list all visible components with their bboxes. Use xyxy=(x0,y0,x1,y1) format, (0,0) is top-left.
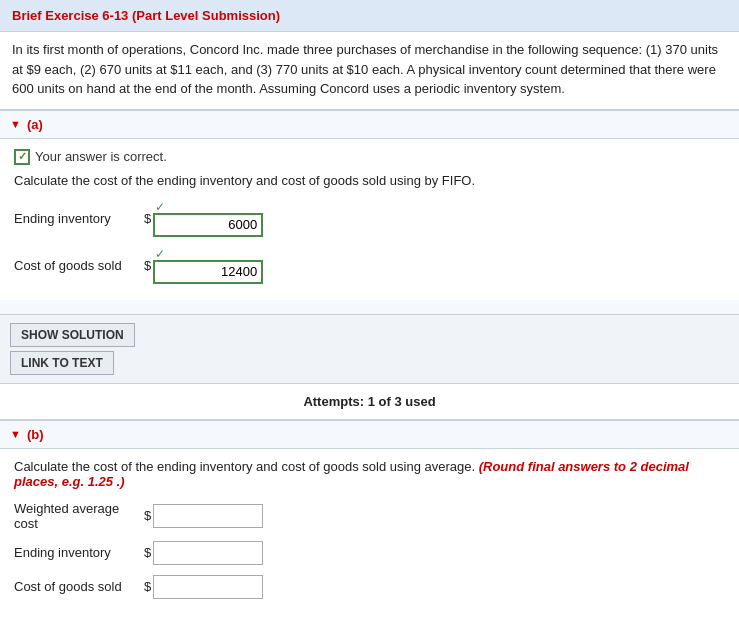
attempts-row: Attempts: 1 of 3 used xyxy=(0,383,739,419)
dollar-sign-3: $ xyxy=(144,508,151,523)
part-b-body: Calculate the cost of the ending invento… xyxy=(0,449,739,623)
part-a-section: ▼ (a) ✓ Your answer is correct. Calculat… xyxy=(0,111,739,420)
part-b-arrow-icon: ▼ xyxy=(10,428,21,440)
ending-inventory-input-a[interactable] xyxy=(153,213,263,237)
cost-of-goods-input-a[interactable] xyxy=(153,260,263,284)
ending-inventory-label-b: Ending inventory xyxy=(14,545,144,560)
ending-inventory-input-b[interactable] xyxy=(153,541,263,565)
part-a-instruction: Calculate the cost of the ending invento… xyxy=(14,173,725,188)
cost-of-goods-row-b: Cost of goods sold $ xyxy=(14,575,725,599)
ending-inventory-row-b: Ending inventory $ xyxy=(14,541,725,565)
part-b-instruction: Calculate the cost of the ending invento… xyxy=(14,459,725,489)
link-to-text-button[interactable]: LINK TO TEXT xyxy=(10,351,114,375)
problem-description: In its first month of operations, Concor… xyxy=(12,42,718,96)
ending-inventory-row-a: Ending inventory $ ✓ xyxy=(14,200,725,237)
part-b-title: (b) xyxy=(27,427,44,442)
part-a-buttons: SHOW SOLUTION LINK TO TEXT xyxy=(0,314,739,383)
part-a-arrow-icon: ▼ xyxy=(10,118,21,130)
correct-badge: ✓ Your answer is correct. xyxy=(14,149,725,165)
dollar-sign-5: $ xyxy=(144,579,151,594)
weighted-avg-label: Weighted average cost xyxy=(14,501,144,531)
problem-text: In its first month of operations, Concor… xyxy=(0,32,739,110)
ending-inventory-label-a: Ending inventory xyxy=(14,211,144,226)
dollar-sign-2: $ xyxy=(144,258,151,273)
part-a-header: ▼ (a) xyxy=(0,111,739,139)
cost-of-goods-input-wrapper-a: ✓ xyxy=(153,247,263,284)
dollar-sign-4: $ xyxy=(144,545,151,560)
show-solution-button[interactable]: SHOW SOLUTION xyxy=(10,323,135,347)
correct-text: Your answer is correct. xyxy=(35,149,167,164)
part-a-title: (a) xyxy=(27,117,43,132)
cost-of-goods-input-b[interactable] xyxy=(153,575,263,599)
part-b-header: ▼ (b) xyxy=(0,421,739,449)
part-b-instruction-plain: Calculate the cost of the ending invento… xyxy=(14,459,475,474)
cost-of-goods-row-a: Cost of goods sold $ ✓ xyxy=(14,247,725,284)
attempts-text: Attempts: 1 of 3 used xyxy=(303,394,435,409)
weighted-avg-row: Weighted average cost $ xyxy=(14,501,725,531)
main-container: Brief Exercise 6-13 (Part Level Submissi… xyxy=(0,0,739,623)
part-a-body: ✓ Your answer is correct. Calculate the … xyxy=(0,139,739,300)
weighted-avg-input[interactable] xyxy=(153,504,263,528)
check-mark-top-2: ✓ xyxy=(155,247,165,259)
problem-header: Brief Exercise 6-13 (Part Level Submissi… xyxy=(0,0,739,32)
cost-of-goods-label-a: Cost of goods sold xyxy=(14,258,144,273)
ending-inventory-input-wrapper-a: ✓ xyxy=(153,200,263,237)
cost-of-goods-label-b: Cost of goods sold xyxy=(14,579,144,594)
dollar-sign-1: $ xyxy=(144,211,151,226)
correct-check-icon: ✓ xyxy=(14,149,30,165)
part-b-section: ▼ (b) Calculate the cost of the ending i… xyxy=(0,421,739,623)
problem-title: Brief Exercise 6-13 (Part Level Submissi… xyxy=(12,8,280,23)
check-mark-top-1: ✓ xyxy=(155,200,165,212)
